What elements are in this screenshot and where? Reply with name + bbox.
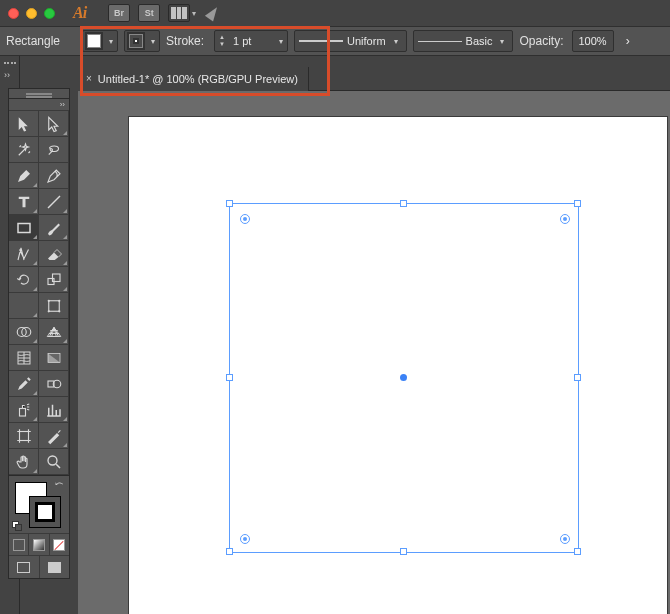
opacity-input[interactable]: 100%: [572, 30, 614, 52]
fill-swatch-icon: [85, 32, 103, 50]
stroke-weight-stepper[interactable]: ▲▼: [215, 34, 229, 48]
resize-handle-bottom-left[interactable]: [226, 548, 233, 555]
shape-builder-tool[interactable]: [9, 319, 39, 345]
control-bar: Rectangle ▾ ▾ Stroke: ▲▼ 1 pt ▾ Uniform …: [0, 26, 670, 56]
full-screen-button[interactable]: [40, 556, 70, 578]
artboard-tool[interactable]: [9, 423, 39, 449]
line-segment-tool[interactable]: [39, 189, 69, 215]
graph-icon: [45, 401, 63, 419]
corner-widget-bottom-left[interactable]: [240, 534, 250, 544]
eyedropper-tool[interactable]: [9, 371, 39, 397]
opacity-value: 100%: [579, 35, 607, 47]
brush-definition-button[interactable]: Basic ▾: [413, 30, 514, 52]
zoom-tool[interactable]: [39, 449, 69, 475]
gpu-preview-button[interactable]: [208, 6, 218, 20]
chevron-right-icon: ››: [4, 70, 10, 80]
svg-point-6: [47, 310, 49, 312]
scale-tool[interactable]: [39, 267, 69, 293]
none-mode-button[interactable]: [50, 534, 69, 555]
resize-handle-middle-left[interactable]: [226, 374, 233, 381]
slice-tool[interactable]: [39, 423, 69, 449]
arrange-documents-button[interactable]: ▾: [168, 4, 196, 22]
artboard[interactable]: [128, 116, 668, 614]
default-fill-stroke-icon[interactable]: [12, 521, 22, 531]
close-window-button[interactable]: [8, 8, 19, 19]
resize-handle-top-left[interactable]: [226, 200, 233, 207]
type-icon: [15, 193, 33, 211]
zoom-window-button[interactable]: [44, 8, 55, 19]
corner-widget-top-left[interactable]: [240, 214, 250, 224]
stroke-swatch[interactable]: [29, 496, 61, 528]
minimize-window-button[interactable]: [26, 8, 37, 19]
stock-button[interactable]: St: [138, 4, 160, 22]
width-tool[interactable]: [9, 293, 39, 319]
resize-handle-bottom-center[interactable]: [400, 548, 407, 555]
hand-tool[interactable]: [9, 449, 39, 475]
chevron-down-icon: ▾: [275, 37, 287, 46]
canvas-area[interactable]: [78, 91, 670, 614]
pen-tool[interactable]: [9, 163, 39, 189]
rotate-tool[interactable]: [9, 267, 39, 293]
mesh-tool[interactable]: [9, 345, 39, 371]
lasso-tool[interactable]: [39, 137, 69, 163]
rectangle-tool[interactable]: [9, 215, 39, 241]
close-tab-button[interactable]: ×: [86, 73, 92, 84]
more-options-button[interactable]: ›: [620, 30, 636, 52]
pencil-shaper-icon: [15, 245, 33, 263]
resize-handle-top-center[interactable]: [400, 200, 407, 207]
tools-panel-grip[interactable]: [9, 89, 69, 99]
stroke-swatch-button[interactable]: ▾: [124, 30, 160, 52]
line-icon: [299, 40, 343, 42]
perspective-grid-tool[interactable]: [39, 319, 69, 345]
shaper-tool[interactable]: [9, 241, 39, 267]
dock-grip-icon: [0, 59, 20, 67]
line-icon: [418, 41, 462, 42]
selection-tool[interactable]: [9, 111, 39, 137]
eraser-tool[interactable]: [39, 241, 69, 267]
direct-selection-tool[interactable]: [39, 111, 69, 137]
symbol-sprayer-tool[interactable]: [9, 397, 39, 423]
variable-width-profile-button[interactable]: Uniform ▾: [294, 30, 407, 52]
svg-point-7: [58, 310, 60, 312]
selected-rectangle-object[interactable]: [229, 203, 579, 553]
opacity-group: Opacity: 100%: [519, 30, 613, 52]
normal-screen-button[interactable]: [9, 556, 40, 578]
column-graph-tool[interactable]: [39, 397, 69, 423]
gradient-mode-button[interactable]: [29, 534, 49, 555]
swap-fill-stroke-icon[interactable]: ⤺: [55, 478, 63, 489]
color-mode-button[interactable]: [9, 534, 29, 555]
gradient-tool[interactable]: [39, 345, 69, 371]
sub-bar: [0, 56, 670, 66]
corner-widget-bottom-right[interactable]: [560, 534, 570, 544]
variable-width-label: Uniform: [347, 35, 386, 47]
svg-point-16: [48, 456, 57, 465]
tools-panel-collapse-button[interactable]: ››: [9, 99, 69, 111]
fill-swatch-button[interactable]: ▾: [82, 30, 118, 52]
transform-icon: [45, 297, 63, 315]
opacity-label: Opacity:: [519, 34, 563, 48]
document-tab[interactable]: × Untitled-1* @ 100% (RGB/GPU Preview): [78, 67, 309, 91]
zoom-icon: [45, 453, 63, 471]
bridge-button[interactable]: Br: [108, 4, 130, 22]
width-icon: [15, 297, 33, 315]
rectangle-icon: [15, 219, 33, 237]
stroke-weight-input[interactable]: ▲▼ 1 pt ▾: [214, 30, 288, 52]
resize-handle-middle-right[interactable]: [574, 374, 581, 381]
stroke-weight-label: Stroke:: [166, 34, 204, 48]
eraser-icon: [45, 245, 63, 263]
type-tool[interactable]: [9, 189, 39, 215]
fill-stroke-swatches[interactable]: ⤺: [9, 476, 69, 534]
svg-rect-0: [18, 223, 30, 232]
free-transform-tool[interactable]: [39, 293, 69, 319]
resize-handle-bottom-right[interactable]: [574, 548, 581, 555]
brush-icon: [45, 219, 63, 237]
corner-widget-top-right[interactable]: [560, 214, 570, 224]
perspective-icon: [45, 323, 63, 341]
artboard-icon: [15, 427, 33, 445]
magic-wand-tool[interactable]: [9, 137, 39, 163]
resize-handle-top-right[interactable]: [574, 200, 581, 207]
left-column: ›› ››: [0, 56, 78, 614]
blend-tool[interactable]: [39, 371, 69, 397]
paintbrush-tool[interactable]: [39, 215, 69, 241]
curvature-tool[interactable]: [39, 163, 69, 189]
